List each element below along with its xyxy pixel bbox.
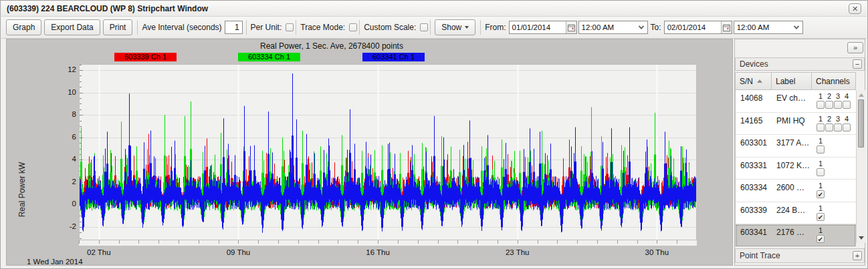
scrollbar-thumb[interactable] [858, 99, 864, 148]
expand-section-icon[interactable]: + [853, 251, 862, 260]
device-sn: 603334 [740, 183, 767, 192]
close-icon[interactable]: ✕ [849, 3, 861, 14]
chart-title: Real Power, 1 Sec. Ave, 2678400 points [131, 41, 532, 51]
channel-checkbox[interactable] [817, 168, 825, 176]
from-label: From: [485, 23, 506, 32]
toolbar-separator [480, 20, 481, 35]
print-button[interactable]: Print [103, 19, 133, 35]
column-header-channels[interactable]: Channels [812, 72, 856, 90]
channel-checkbox[interactable] [825, 101, 833, 109]
toolbar: Graph Export Data Print Ave Interval (se… [1, 17, 867, 39]
window-title: (603339) 224 BEARCLOUD (WP 8) Stripchart… [7, 4, 849, 13]
devices-title: Devices [740, 59, 853, 69]
device-row[interactable]: 6033013177 A…1 [736, 135, 856, 158]
legend-item[interactable]: 603341 Ch 1 [362, 53, 425, 61]
channel-number: 1 [817, 160, 825, 168]
trace-mode-checkbox[interactable] [349, 23, 357, 31]
channel-number: 1 [817, 204, 825, 212]
toolbar-separator [137, 20, 138, 35]
from-time-value: 12:00 AM [579, 23, 636, 31]
per-unit-checkbox[interactable] [286, 23, 294, 31]
channel-checkbox[interactable] [817, 146, 825, 154]
device-row[interactable]: 14165PMI HQ1234 [736, 113, 856, 136]
point-trace-header[interactable]: Point Trace + [735, 248, 865, 263]
channel-checkbox[interactable] [834, 123, 842, 131]
calendar-icon[interactable] [721, 21, 732, 33]
device-row[interactable]: 603339224 B…1✔ [736, 202, 856, 225]
per-unit-label: Per Unit: [251, 23, 282, 32]
channel-checkbox[interactable] [834, 101, 842, 109]
device-sn: 603339 [740, 206, 767, 215]
from-time-select[interactable]: 12:00 AM [578, 21, 648, 34]
device-label: EV ch… [776, 93, 814, 103]
show-dropdown-button[interactable]: Show [435, 19, 475, 35]
ave-interval-label: Ave Interval (seconds) [142, 23, 221, 32]
from-date-value: 01/01/2014 [510, 23, 566, 31]
device-row[interactable]: 14068EV ch…1234 [736, 90, 856, 113]
to-time-select[interactable]: 12:00 AM [734, 21, 803, 34]
y-tick-label: 6 [51, 133, 76, 141]
x-tick-label: 02 Thu [80, 248, 118, 256]
y-tick-label: 8 [51, 110, 76, 118]
device-label: 2176 … [776, 228, 814, 237]
channel-number: 1 [817, 226, 825, 234]
device-row[interactable]: 6033342600 …1✔ [736, 180, 856, 202]
toolbar-separator [246, 20, 247, 35]
custom-scale-checkbox[interactable] [420, 23, 428, 31]
toolbar-separator [296, 20, 296, 35]
stripchart-window: (603339) 224 BEARCLOUD (WP 8) Stripchart… [0, 0, 868, 269]
y-tick-label: 12 [51, 65, 76, 73]
toolbar-separator [359, 20, 360, 35]
calendar-icon[interactable] [566, 21, 576, 33]
device-row[interactable]: 6033311072 K…1 [736, 158, 856, 180]
panel-collapse-button[interactable]: » [847, 42, 863, 53]
trace-mode-label: Trace Mode: [300, 23, 345, 32]
device-sn: 14165 [740, 116, 762, 125]
stripchart-canvas[interactable] [79, 64, 697, 246]
to-date-field[interactable]: 02/01/2014 [664, 21, 732, 34]
point-trace-title: Point Trace [740, 251, 853, 260]
custom-scale-label: Custom Scale: [364, 23, 416, 32]
vertical-scrollbar[interactable] [856, 90, 865, 243]
chevron-down-icon[interactable] [791, 21, 802, 33]
collapse-section-icon[interactable]: − [853, 59, 862, 69]
devices-panel: » Devices − S/N Label Channels 14068EV c… [734, 39, 865, 266]
chevron-down-icon[interactable] [636, 21, 647, 33]
y-tick-label: -2 [51, 222, 76, 230]
channel-checkbox[interactable] [843, 123, 851, 131]
channel-number: 1 [817, 182, 825, 190]
channel-checkbox-checked[interactable]: ✔ [817, 190, 825, 198]
column-header-label[interactable]: Label [772, 72, 812, 90]
title-bar: (603339) 224 BEARCLOUD (WP 8) Stripchart… [1, 1, 867, 17]
channel-number: 2 [825, 115, 833, 123]
device-sn: 603331 [740, 161, 767, 170]
x-axis-start-label: 1 Wed Jan 2014 [27, 258, 83, 266]
column-header-sn[interactable]: S/N [735, 72, 772, 90]
ave-interval-input[interactable] [225, 21, 243, 34]
device-row[interactable]: 6033412176 …1✔ [736, 224, 856, 247]
legend-item[interactable]: 603339 Ch 1 [114, 53, 177, 61]
x-tick-label: 30 Thu [638, 248, 675, 256]
channel-checkbox[interactable] [843, 101, 851, 109]
y-tick-label: 0 [51, 200, 76, 208]
y-axis-label: Real Power kW [17, 146, 27, 233]
scroll-up-icon[interactable] [859, 93, 864, 97]
from-date-field[interactable]: 01/01/2014 [509, 21, 577, 34]
channel-checkbox[interactable] [825, 123, 833, 131]
device-label: 1072 K… [776, 161, 814, 170]
channel-checkbox[interactable] [817, 123, 825, 131]
channel-number: 2 [825, 92, 833, 100]
legend-item[interactable]: 603334 Ch 1 [238, 53, 300, 61]
channel-number: 1 [817, 115, 825, 123]
channel-number: 4 [843, 92, 851, 100]
graph-button[interactable]: Graph [6, 19, 41, 35]
channel-checkbox[interactable] [817, 101, 825, 109]
to-date-value: 02/01/2014 [665, 23, 721, 31]
channel-checkbox-checked[interactable]: ✔ [817, 213, 825, 221]
scroll-down-icon[interactable] [859, 236, 864, 240]
export-data-button[interactable]: Export Data [44, 19, 100, 35]
devices-header[interactable]: Devices − [735, 57, 865, 71]
channel-number: 1 [817, 137, 825, 145]
device-sn: 603301 [740, 138, 767, 148]
channel-checkbox-checked[interactable]: ✔ [817, 235, 825, 243]
